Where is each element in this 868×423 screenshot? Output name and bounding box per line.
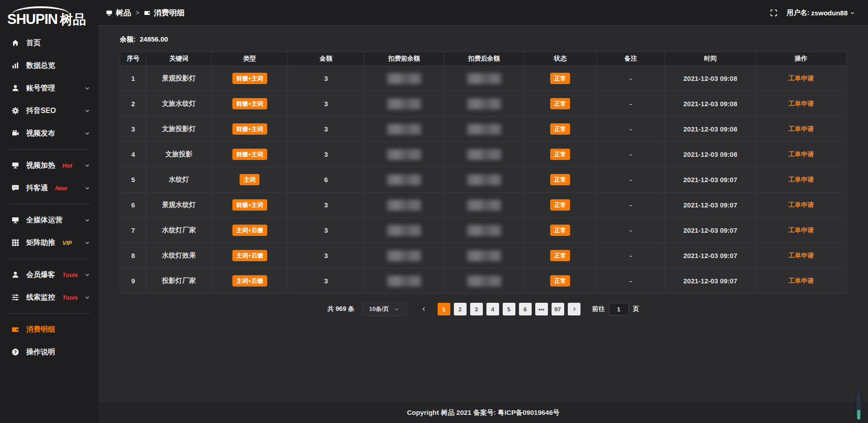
monitor-icon xyxy=(11,216,20,225)
cell-balance-before xyxy=(364,66,444,91)
type-badge: 主词 xyxy=(240,174,259,185)
page-more-button[interactable]: ••• xyxy=(535,303,548,315)
video-camera-icon xyxy=(11,129,20,138)
sidebar-item-account-management[interactable]: 账号管理 xyxy=(0,77,99,99)
sidebar-item-home[interactable]: 首页 xyxy=(0,32,99,54)
blurred-value xyxy=(387,225,421,236)
chevron-down-icon xyxy=(84,217,90,223)
page-button-5[interactable]: 5 xyxy=(503,303,515,315)
page-button-2[interactable]: 2 xyxy=(454,303,467,315)
status-badge: 正常 xyxy=(550,98,570,109)
ticket-apply-link[interactable]: 工单申请 xyxy=(788,176,814,183)
cell-balance-after xyxy=(444,91,524,117)
blurred-value xyxy=(387,174,421,185)
cell-balance-after xyxy=(444,66,524,91)
ticket-apply-link[interactable]: 工单申请 xyxy=(788,277,814,284)
chevron-down-icon xyxy=(84,185,90,191)
cell-amount: 3 xyxy=(288,66,364,91)
blurred-value xyxy=(387,149,421,160)
cell-amount: 3 xyxy=(288,218,364,243)
sidebar-item-label: 抖客通 xyxy=(26,183,48,193)
balance-label: 余额: xyxy=(120,35,136,43)
cell-amount: 3 xyxy=(288,142,364,167)
cell-balance-after xyxy=(444,268,524,294)
sidebar-item-matrix-boost[interactable]: 矩阵助推 VIP xyxy=(0,231,99,254)
menu-divider xyxy=(8,204,90,204)
user-icon xyxy=(11,270,20,279)
cell-status: 正常 xyxy=(524,66,597,91)
wallet-icon xyxy=(144,9,151,16)
sidebar-item-video-heating[interactable]: 视频加热 Hot xyxy=(0,154,99,177)
next-page-button[interactable] xyxy=(568,303,580,315)
cell-balance-before xyxy=(364,117,444,142)
ticket-apply-link[interactable]: 工单申请 xyxy=(788,150,814,158)
cell-type: 主词+后缀 xyxy=(212,243,288,268)
cell-status: 正常 xyxy=(524,117,597,142)
type-badge: 主词+后缀 xyxy=(232,250,268,261)
sidebar-item-member-baoke[interactable]: 会员爆客 Tools xyxy=(0,263,99,286)
username-label: 用户名: xyxy=(787,9,809,17)
cell-balance-before xyxy=(364,243,444,268)
sidebar-item-consumption-details[interactable]: 消费明细 xyxy=(0,318,99,341)
sidebar-item-data-overview[interactable]: 数据总览 xyxy=(0,54,99,77)
cell-keyword: 文旅投影 xyxy=(146,142,212,167)
ticket-apply-link[interactable]: 工单申请 xyxy=(788,252,814,259)
page-button-6[interactable]: 6 xyxy=(519,303,532,315)
ticket-apply-link[interactable]: 工单申请 xyxy=(788,75,814,82)
monitor-icon xyxy=(106,9,113,16)
sidebar-item-instructions[interactable]: ? 操作说明 xyxy=(0,341,99,363)
cell-index: 4 xyxy=(120,142,146,167)
sidebar-item-omnimedia-operation[interactable]: 全媒体运营 xyxy=(0,209,99,231)
cell-action: 工单申请 xyxy=(756,268,847,294)
footer: Copyright 树品 2021 备案号: 粤ICP备09019646号 xyxy=(99,402,868,423)
fullscreen-icon[interactable] xyxy=(770,9,778,17)
cell-action: 工单申请 xyxy=(756,66,847,91)
sidebar-item-douyin-seo[interactable]: 抖音SEO xyxy=(0,99,99,122)
column-header: 备注 xyxy=(597,52,665,66)
breadcrumb-item-home[interactable]: 树品 xyxy=(106,8,131,18)
tools-badge: Tools xyxy=(62,272,78,278)
sidebar-item-label: 账号管理 xyxy=(26,84,55,93)
page-size-value: 10条/页 xyxy=(369,305,389,313)
ticket-apply-link[interactable]: 工单申请 xyxy=(788,201,814,208)
cell-time: 2021-12-03 09:08 xyxy=(665,142,756,167)
column-header: 类型 xyxy=(212,52,288,66)
monitor-hot-icon xyxy=(11,161,20,170)
cell-remark: - xyxy=(597,142,665,167)
blurred-value xyxy=(467,276,501,287)
cell-remark: - xyxy=(597,66,665,91)
blurred-value xyxy=(387,250,421,261)
ticket-apply-link[interactable]: 工单申请 xyxy=(788,100,814,107)
page-button-4[interactable]: 4 xyxy=(486,303,499,315)
username-dropdown[interactable]: 用户名: zswodun88 xyxy=(787,9,855,17)
goto-page-input[interactable] xyxy=(609,303,629,315)
scrollbar-widget[interactable] xyxy=(856,392,862,421)
chevron-down-icon xyxy=(84,294,90,301)
page-button-97[interactable]: 97 xyxy=(552,303,564,315)
cell-balance-after xyxy=(444,218,524,243)
sidebar-item-doketong[interactable]: 抖客通 New xyxy=(0,177,99,199)
chevron-down-icon xyxy=(84,240,90,246)
page-button-1[interactable]: 1 xyxy=(438,303,450,315)
sidebar-item-video-publish[interactable]: 视频发布 xyxy=(0,122,99,145)
breadcrumb-item-current[interactable]: 消费明细 xyxy=(144,8,184,18)
prev-page-button[interactable] xyxy=(418,303,430,315)
ticket-apply-link[interactable]: 工单申请 xyxy=(788,226,814,234)
page-button-3[interactable]: 3 xyxy=(470,303,483,315)
cell-balance-before xyxy=(364,193,444,218)
breadcrumb-label: 树品 xyxy=(116,8,131,18)
chevron-down-icon xyxy=(849,10,855,16)
cell-type: 主词+后缀 xyxy=(212,218,288,243)
sidebar-item-lead-monitoring[interactable]: 线索监控 Tools xyxy=(0,286,99,309)
ticket-apply-link[interactable]: 工单申请 xyxy=(788,125,814,132)
cell-keyword: 景观水纹灯 xyxy=(146,193,212,218)
page-size-select[interactable]: 10条/页 xyxy=(362,302,407,316)
sidebar-item-label: 操作说明 xyxy=(26,348,55,357)
app-logo: SHUPIN树品 xyxy=(0,4,99,30)
cell-keyword: 投影灯厂家 xyxy=(146,268,212,294)
cell-type: 主词 xyxy=(212,167,288,193)
menu-divider xyxy=(8,313,90,314)
cell-keyword: 水纹灯 xyxy=(146,167,212,193)
cell-type: 前缀+主词 xyxy=(212,117,288,142)
type-badge: 前缀+主词 xyxy=(232,98,268,109)
